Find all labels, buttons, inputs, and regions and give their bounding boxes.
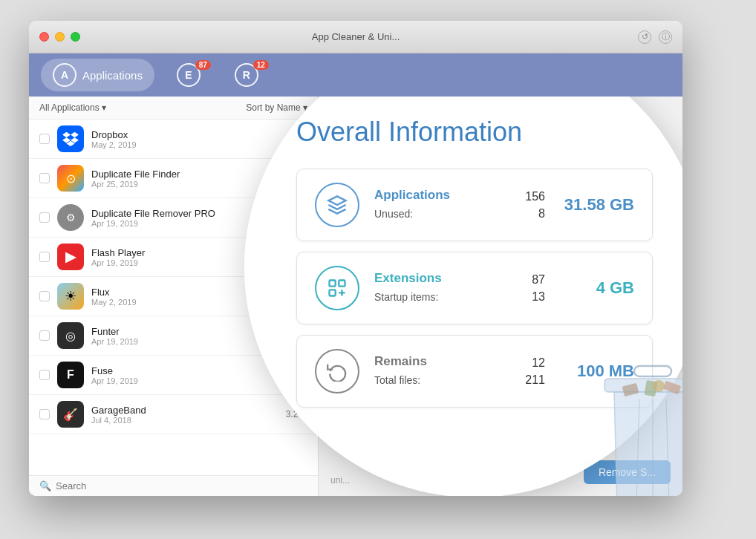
app-name: Duplicate File Remover PRO (91, 208, 307, 219)
filter-dropdown[interactable]: All Applications ▾ (39, 102, 106, 113)
app-info-fuse: Fuse Apr 19, 2019 (91, 365, 307, 385)
tab-applications[interactable]: A Applications (41, 59, 154, 91)
info-card-applications: Applications 156 Unused: 8 31.58 GB (296, 169, 653, 241)
trash-can-svg (593, 362, 682, 496)
card-size: 31.58 GB (560, 195, 634, 215)
restore-button[interactable]: ↺ (638, 30, 651, 44)
app-date: Jul 4, 2018 (91, 416, 278, 425)
app-checkbox[interactable] (39, 212, 50, 223)
card-sub-count: 211 (525, 373, 545, 387)
card-main-count: 87 (532, 273, 545, 287)
minimize-button[interactable] (55, 32, 65, 42)
tab-remains[interactable]: R 12 (223, 59, 270, 91)
tab-applications-icon: A (53, 63, 76, 87)
close-button[interactable] (39, 32, 49, 42)
app-checkbox[interactable] (39, 252, 50, 262)
card-content-applications: Applications 156 Unused: 8 (374, 188, 545, 222)
maximize-button[interactable] (71, 32, 80, 42)
list-item[interactable]: F Fuse Apr 19, 2019 (29, 356, 318, 395)
overall-info-title: Overall Information (296, 117, 522, 148)
app-name: Flux (91, 287, 307, 298)
app-checkbox[interactable] (39, 173, 50, 183)
card-icon-remains (315, 349, 359, 393)
app-checkbox[interactable] (39, 330, 50, 341)
app-date: May 2, 2019 (91, 140, 285, 149)
app-name: Dropbox (91, 129, 285, 140)
search-input[interactable] (56, 480, 307, 491)
app-name: Funter (91, 326, 307, 337)
svg-point-11 (653, 380, 665, 392)
app-name: Fuse (91, 365, 307, 376)
card-sub-label: Startup items: (374, 291, 438, 303)
card-icon-extensions (315, 266, 359, 310)
app-info-dfr: Duplicate File Remover PRO Apr 19, 2019 (91, 208, 307, 228)
list-item[interactable]: Dropbox May 2, 2019 307 (29, 120, 318, 159)
svg-rect-0 (330, 281, 336, 287)
right-panel: Overall Information Applications 156 (319, 97, 682, 496)
list-item[interactable]: ◎ Funter Apr 19, 2019 (29, 316, 318, 356)
tab-extensions-badge: 87 (195, 60, 211, 70)
app-icon-flash: ▶ (57, 244, 84, 270)
tabbar: A Applications E 87 R 12 (29, 53, 682, 97)
traffic-lights (39, 32, 80, 42)
app-list: Dropbox May 2, 2019 307 ⊙ Duplicate File… (29, 120, 318, 475)
app-info-garageband: GarageBand Jul 4, 2018 (91, 405, 278, 425)
sort-dropdown[interactable]: Sort by Name ▾ (246, 102, 307, 113)
app-icon-dropbox (57, 125, 84, 152)
card-row-main: Remains 12 (374, 354, 545, 372)
window-title: App Cleaner & Uni... (312, 31, 400, 42)
app-icon-funter: ◎ (57, 322, 84, 349)
list-item[interactable]: ☀ Flux May 2, 2019 (29, 277, 318, 316)
card-sub-count: 13 (532, 290, 545, 304)
card-size: 4 GB (560, 278, 634, 298)
list-item[interactable]: ⚙ Duplicate File Remover PRO Apr 19, 201… (29, 198, 318, 238)
svg-rect-2 (330, 290, 336, 295)
sidebar-controls: All Applications ▾ Sort by Name ▾ (29, 97, 318, 120)
app-info-flash: Flash Player Apr 19, 2019 (91, 247, 307, 267)
card-row-main: Extensions 87 (374, 271, 545, 289)
app-icon-flux: ☀ (57, 283, 84, 310)
card-main-count: 12 (532, 356, 545, 370)
card-sub-label: Unused: (374, 208, 413, 220)
search-bar: 🔍 (29, 475, 318, 496)
card-row-sub: Unused: 8 (374, 207, 545, 220)
app-icon-dff: ⊙ (57, 165, 84, 192)
info-button[interactable]: ⓘ (659, 30, 672, 44)
card-main-label: Applications (374, 188, 450, 203)
card-main-count: 156 (525, 190, 545, 203)
app-date: Apr 19, 2019 (91, 258, 307, 267)
card-row-sub: Startup items: 13 (374, 290, 545, 304)
app-name: Duplicate File Finder (91, 169, 307, 180)
card-row-sub: Total files: 211 (374, 373, 545, 387)
app-checkbox[interactable] (39, 291, 50, 301)
card-main-label: Remains (374, 354, 427, 369)
tab-extensions[interactable]: E 87 (165, 59, 212, 91)
card-content-remains: Remains 12 Total files: 211 (374, 354, 545, 388)
app-name: GarageBand (91, 405, 278, 416)
app-info-dropbox: Dropbox May 2, 2019 (91, 129, 285, 149)
app-date: Apr 19, 2019 (91, 376, 307, 385)
app-name: Flash Player (91, 247, 307, 258)
card-sub-label: Total files: (374, 374, 420, 386)
app-date: Apr 25, 2019 (91, 180, 307, 189)
info-card-extensions: Extensions 87 Startup items: 13 4 GB (296, 252, 653, 324)
card-content-extensions: Extensions 87 Startup items: 13 (374, 271, 545, 305)
app-size: 3.2 G (286, 409, 307, 419)
list-item[interactable]: 🎸 GarageBand Jul 4, 2018 3.2 G (29, 395, 318, 434)
app-date: May 2, 2019 (91, 298, 307, 307)
app-icon-garageband: 🎸 (57, 401, 84, 428)
app-window: App Cleaner & Uni... ↺ ⓘ A Applications … (29, 21, 682, 496)
app-checkbox[interactable] (39, 409, 50, 419)
app-checkbox[interactable] (39, 134, 50, 144)
app-checkbox[interactable] (39, 370, 50, 380)
list-item[interactable]: ⊙ Duplicate File Finder Apr 25, 2019 (29, 159, 318, 198)
tab-applications-label: Applications (82, 69, 143, 82)
list-item[interactable]: ▶ Flash Player Apr 19, 2019 (29, 238, 318, 277)
titlebar-controls: ↺ ⓘ (638, 30, 672, 44)
card-row-main: Applications 156 (374, 188, 545, 206)
search-icon: 🔍 (39, 480, 51, 491)
app-info-flux: Flux May 2, 2019 (91, 287, 307, 307)
app-size: 307 (293, 134, 307, 144)
app-info-dff: Duplicate File Finder Apr 25, 2019 (91, 169, 307, 189)
app-date: Apr 19, 2019 (91, 337, 307, 346)
